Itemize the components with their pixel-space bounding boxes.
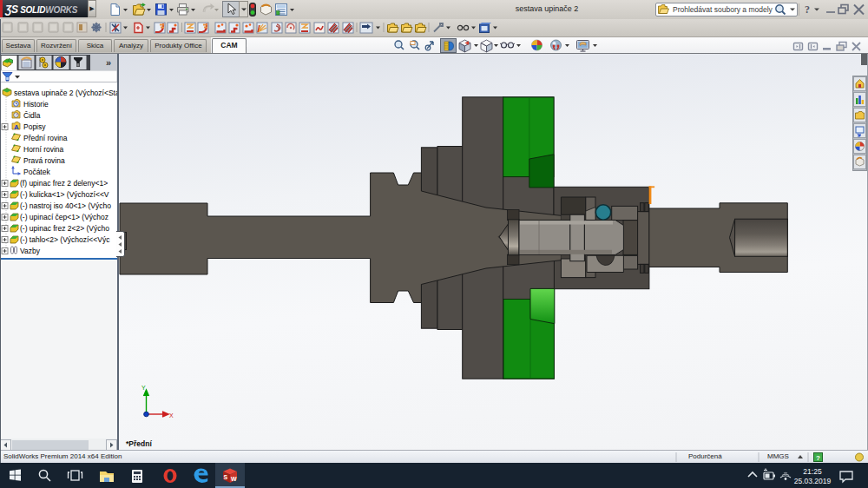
svg-text:(f) upinac frez 2 deleny<1>: (f) upinac frez 2 deleny<1> xyxy=(20,179,108,188)
svg-text:A: A xyxy=(14,123,19,131)
svg-text:W: W xyxy=(231,476,237,482)
svg-text:Čidla: Čidla xyxy=(23,111,41,120)
svg-text:?: ? xyxy=(805,3,810,16)
svg-text:(-) kulicka<1> (Výchozí<<V: (-) kulicka<1> (Výchozí<<V xyxy=(20,190,109,199)
svg-text:Prohledávat soubory a modely: Prohledávat soubory a modely xyxy=(673,5,773,14)
svg-text:25.03.2019: 25.03.2019 xyxy=(794,477,832,485)
svg-text:Počátek: Počátek xyxy=(23,168,50,176)
svg-text:*Přední: *Přední xyxy=(126,439,152,448)
svg-text:(-) tahlo<2> (Výchozí<<Výc: (-) tahlo<2> (Výchozí<<Výc xyxy=(20,235,110,244)
svg-text:Popisy: Popisy xyxy=(23,122,46,131)
svg-text:(-) nastroj iso 40<1> (Výcho: (-) nastroj iso 40<1> (Výcho xyxy=(20,201,111,210)
svg-text:21:25: 21:25 xyxy=(803,467,822,476)
svg-text:(-) upinac frez 2<2> (Výcho: (-) upinac frez 2<2> (Výcho xyxy=(20,224,109,233)
svg-text:S: S xyxy=(224,474,228,480)
svg-text:X: X xyxy=(169,412,174,419)
svg-text:Y: Y xyxy=(141,385,146,391)
svg-text:Pravá rovina: Pravá rovina xyxy=(23,156,65,165)
svg-text:Horní rovina: Horní rovina xyxy=(23,145,64,154)
svg-text:»: » xyxy=(106,57,111,68)
svg-text:Přední rovina: Přední rovina xyxy=(23,134,68,142)
svg-text:(-) upinací čep<1> (Výchoz: (-) upinací čep<1> (Výchoz xyxy=(20,213,108,221)
svg-text:Vazby: Vazby xyxy=(20,247,41,255)
svg-text:?: ? xyxy=(816,454,820,462)
svg-text:sestava upinače 2 (Výchozí<St: sestava upinače 2 (Výchozí<Sta xyxy=(14,89,117,97)
svg-text:Historie: Historie xyxy=(23,100,49,109)
